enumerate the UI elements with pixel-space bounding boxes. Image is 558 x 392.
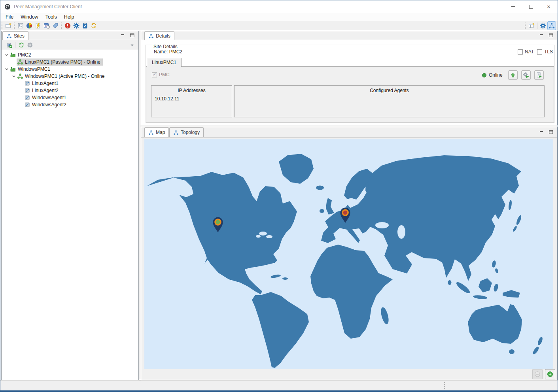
menu-help[interactable]: Help bbox=[61, 13, 78, 21]
tree-item-label: PMC2 bbox=[18, 52, 31, 58]
menu-tools[interactable]: Tools bbox=[42, 13, 61, 21]
toolbar-separator bbox=[537, 23, 537, 29]
tab-map[interactable]: Map bbox=[144, 127, 169, 137]
tree-item-linuxagent2[interactable]: LinuxAgent2 bbox=[2, 87, 138, 94]
tab-details[interactable]: Details bbox=[144, 31, 174, 40]
site-details-group-label: Site Details bbox=[152, 44, 179, 49]
tree-item-linuxagent1[interactable]: LinuxAgent1 bbox=[2, 80, 138, 87]
online-status-dot bbox=[482, 73, 486, 77]
tree-item-windowspmc1[interactable]: WindowsPMC1 bbox=[2, 66, 138, 73]
toolbar-separator bbox=[15, 42, 15, 48]
ip-address-value: 10.10.12.11 bbox=[155, 96, 232, 102]
map-content bbox=[141, 138, 557, 380]
tags-icon[interactable] bbox=[51, 21, 60, 30]
world-map[interactable] bbox=[144, 139, 553, 369]
details-panel-header: Details bbox=[141, 31, 557, 40]
pmc-checkbox-label: PMC bbox=[159, 72, 170, 77]
map-minimize-button[interactable] bbox=[537, 129, 545, 136]
gear-run-icon[interactable] bbox=[521, 70, 531, 80]
status-bar-grip[interactable] bbox=[444, 382, 445, 390]
network-triangle-icon bbox=[148, 34, 154, 39]
tree-item-windowspmc1-active-pmc-online[interactable]: WindowsPMC1 (Active PMC) - Online bbox=[2, 73, 138, 80]
site-icon bbox=[10, 52, 16, 58]
nat-checkbox-box[interactable] bbox=[518, 49, 523, 55]
schedule-icon[interactable]: 12 bbox=[42, 21, 51, 30]
window-minimize-button[interactable] bbox=[504, 0, 522, 13]
tree-item-label: WindowsAgent2 bbox=[32, 102, 66, 107]
app-icon bbox=[4, 4, 11, 10]
menu-file[interactable]: File bbox=[2, 13, 17, 21]
properties-icon[interactable] bbox=[16, 21, 25, 30]
tree-item-windowsagent2[interactable]: WindowsAgent2 bbox=[2, 101, 138, 108]
agent-icon bbox=[24, 94, 30, 101]
refresh-icon[interactable] bbox=[17, 41, 26, 49]
ip-addresses-rows: 10.10.12.11 bbox=[151, 93, 232, 102]
configured-agents-table: Configured Agents bbox=[234, 85, 545, 117]
tls-checkbox-box[interactable] bbox=[537, 49, 542, 55]
add-site-icon[interactable] bbox=[5, 41, 13, 49]
tab-sites[interactable]: Sites bbox=[2, 31, 28, 40]
sites-panel-header: Sites bbox=[2, 31, 138, 40]
menu-bar: FileWindowToolsHelp bbox=[0, 13, 558, 21]
zoom-in-icon[interactable] bbox=[545, 369, 555, 379]
agent-icon bbox=[24, 102, 30, 108]
linuxpmc1-tab-label: LinuxPMC1 bbox=[152, 60, 176, 65]
sites-maximize-button[interactable] bbox=[128, 32, 136, 39]
sites-panel: Sites PMC2LinuxPMC1 (Passive PMC) - Onli… bbox=[1, 31, 139, 380]
sync-icon[interactable] bbox=[89, 21, 98, 30]
ip-addresses-table: IP Addresses 10.10.12.11 bbox=[151, 85, 232, 117]
site-details-content: Site Details Name: PMC2 NAT TLS LinuxPMC… bbox=[141, 40, 557, 125]
export-icon[interactable] bbox=[534, 70, 544, 80]
view-menu-icon[interactable] bbox=[129, 42, 135, 48]
app-window: Peer Management Center Client × FileWind… bbox=[0, 0, 558, 392]
tree-item-pmc2[interactable]: PMC2 bbox=[2, 51, 138, 58]
preferences-icon[interactable] bbox=[72, 21, 81, 30]
chevron-down-icon[interactable] bbox=[4, 52, 9, 58]
site-settings-icon[interactable] bbox=[26, 41, 34, 49]
tab-label: Map bbox=[156, 130, 165, 135]
open-perspective-icon[interactable] bbox=[527, 21, 536, 30]
perspective-bar bbox=[524, 21, 556, 30]
alerts-icon[interactable] bbox=[63, 21, 72, 30]
tree-item-label: LinuxPMC1 (Passive PMC) - Online bbox=[25, 59, 100, 65]
online-status-label: Online bbox=[489, 72, 503, 78]
pmc-icon bbox=[17, 73, 23, 79]
reports-icon[interactable] bbox=[25, 21, 34, 30]
agent-icon bbox=[24, 87, 30, 94]
status-bar bbox=[0, 380, 558, 391]
details-minimize-button[interactable] bbox=[537, 32, 545, 39]
pmc-checkbox-box bbox=[152, 72, 157, 77]
menu-window[interactable]: Window bbox=[17, 13, 42, 21]
title-bar: Peer Management Center Client × bbox=[0, 0, 558, 13]
map-panel-header: Map Topology bbox=[141, 127, 557, 138]
zoom-out-icon bbox=[532, 369, 543, 379]
tab-topology[interactable]: Topology bbox=[169, 127, 204, 137]
tab-linuxpmc1[interactable]: LinuxPMC1 bbox=[147, 58, 182, 67]
jobs-icon[interactable] bbox=[34, 21, 42, 30]
map-panel: Map Topology bbox=[141, 127, 558, 380]
promote-icon[interactable] bbox=[508, 70, 518, 80]
tree-item-linuxpmc1-passive-pmc-online[interactable]: LinuxPMC1 (Passive PMC) - Online bbox=[2, 58, 138, 66]
chevron-spacer bbox=[11, 59, 17, 65]
tree-item-windowsagent1[interactable]: WindowsAgent1 bbox=[2, 94, 138, 101]
network-perspective-icon[interactable] bbox=[547, 21, 556, 30]
window-maximize-button[interactable] bbox=[522, 0, 540, 13]
settings-perspective-icon[interactable] bbox=[539, 21, 547, 30]
nat-checkbox[interactable]: NAT bbox=[518, 49, 534, 55]
map-maximize-button[interactable] bbox=[547, 129, 555, 136]
sites-tree: PMC2LinuxPMC1 (Passive PMC) - OnlineWind… bbox=[2, 50, 138, 380]
tasks-icon[interactable] bbox=[81, 21, 89, 30]
chevron-spacer bbox=[18, 102, 24, 107]
details-maximize-button[interactable] bbox=[547, 32, 555, 39]
chevron-down-icon[interactable] bbox=[4, 66, 9, 72]
configured-agents-header: Configured Agents bbox=[235, 86, 544, 93]
details-panel: Details Site Details Name: PMC2 NAT TLS … bbox=[141, 31, 558, 125]
network-triangle-icon bbox=[148, 130, 154, 135]
window-close-button[interactable]: × bbox=[540, 0, 558, 13]
tree-item-label: LinuxAgent2 bbox=[32, 88, 59, 93]
new-agent-icon[interactable] bbox=[4, 21, 13, 30]
sites-minimize-button[interactable] bbox=[119, 32, 127, 39]
tls-checkbox[interactable]: TLS bbox=[537, 49, 553, 55]
chevron-down-icon[interactable] bbox=[11, 74, 17, 79]
toolbar-grip bbox=[525, 23, 526, 29]
